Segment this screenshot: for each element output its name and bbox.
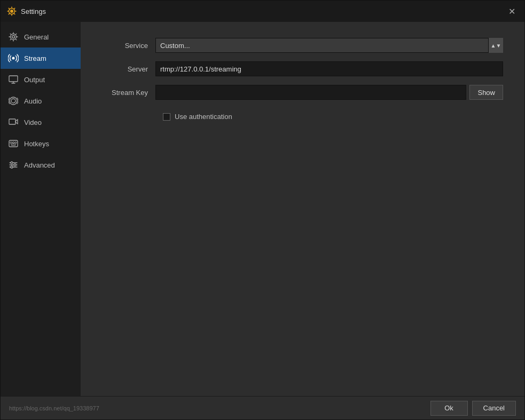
svg-rect-11 (13, 142, 14, 144)
svg-point-15 (14, 164, 16, 166)
service-select[interactable]: Custom... (155, 38, 503, 53)
output-icon (8, 74, 19, 85)
advanced-icon (8, 160, 19, 170)
svg-rect-5 (9, 76, 18, 82)
stream-key-row: Stream Key Show (102, 85, 503, 100)
server-row: Server (102, 61, 503, 76)
service-label: Service (102, 42, 155, 50)
sidebar: General Stream (1, 22, 81, 396)
content-area: Service Custom... ▲▼ Server Stream Key S… (81, 22, 524, 396)
sidebar-item-hotkeys[interactable]: Hotkeys (1, 133, 81, 154)
svg-point-2 (12, 36, 15, 38)
svg-point-14 (11, 162, 13, 164)
svg-point-0 (10, 10, 13, 13)
use-auth-checkbox[interactable] (163, 113, 170, 121)
sidebar-item-video-label: Video (24, 118, 42, 126)
close-button[interactable]: ✕ (505, 5, 518, 18)
settings-app-icon (7, 6, 17, 16)
stream-key-label: Stream Key (102, 89, 155, 97)
sidebar-item-advanced-label: Advanced (24, 161, 55, 169)
titlebar: Settings ✕ (1, 1, 524, 22)
watermark: https://blog.csdn.net/qq_19338977 (9, 405, 99, 411)
video-icon (8, 117, 19, 128)
audio-icon (8, 96, 19, 106)
sidebar-item-stream[interactable]: Stream (1, 47, 81, 69)
server-label: Server (102, 65, 155, 73)
sidebar-item-output-label: Output (24, 76, 45, 84)
svg-rect-8 (9, 119, 15, 124)
service-row: Service Custom... ▲▼ (102, 38, 503, 53)
stream-key-wrapper: Show (155, 85, 503, 100)
titlebar-title: Settings (21, 7, 46, 15)
svg-point-6 (11, 99, 15, 103)
svg-point-7 (10, 97, 17, 105)
hotkeys-icon (8, 138, 19, 149)
main-content: General Stream (1, 22, 524, 396)
svg-point-3 (11, 34, 17, 40)
sidebar-item-output[interactable]: Output (1, 69, 81, 90)
sidebar-item-video[interactable]: Video (1, 112, 81, 133)
footer: https://blog.csdn.net/qq_19338977 Ok Can… (1, 396, 524, 419)
sidebar-item-advanced[interactable]: Advanced (1, 154, 81, 176)
server-input[interactable] (155, 61, 503, 76)
use-auth-label: Use authentication (175, 113, 232, 121)
settings-window: Settings ✕ General (0, 0, 525, 420)
cancel-button[interactable]: Cancel (472, 401, 516, 416)
sidebar-item-audio[interactable]: Audio (1, 90, 81, 112)
auth-row: Use authentication (163, 113, 503, 121)
sidebar-item-audio-label: Audio (24, 97, 42, 105)
titlebar-left: Settings (7, 6, 46, 16)
sidebar-item-stream-label: Stream (24, 54, 46, 62)
svg-rect-10 (10, 142, 12, 144)
show-button[interactable]: Show (469, 85, 503, 100)
svg-rect-12 (15, 142, 17, 144)
stream-icon (8, 53, 19, 64)
stream-key-input[interactable] (155, 85, 466, 100)
sidebar-item-general-label: General (24, 33, 49, 41)
ok-button[interactable]: Ok (430, 401, 468, 416)
svg-point-16 (11, 166, 13, 168)
sidebar-item-general[interactable]: General (1, 26, 81, 47)
sidebar-item-hotkeys-label: Hotkeys (24, 140, 49, 148)
service-select-wrapper: Custom... ▲▼ (155, 38, 503, 53)
svg-rect-13 (11, 144, 15, 146)
gear-icon (8, 31, 19, 42)
svg-point-4 (12, 57, 15, 60)
